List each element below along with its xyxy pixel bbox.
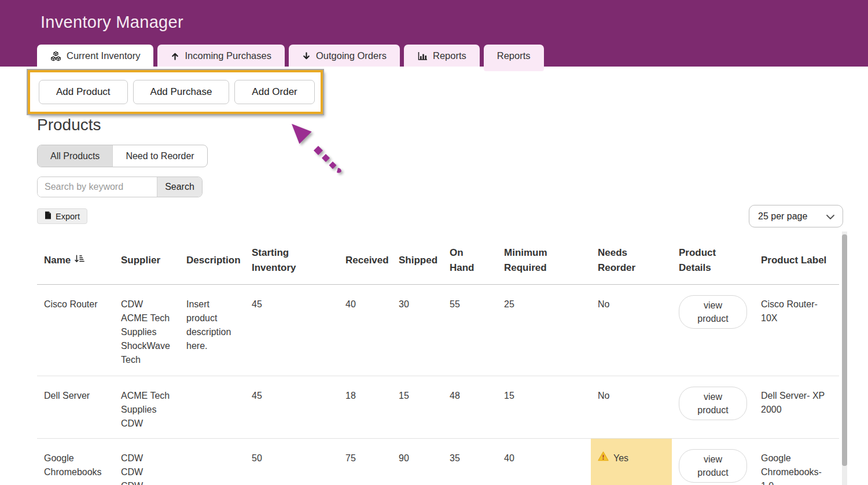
cell-product-label: Dell Server- XP 2000 (754, 376, 839, 438)
vertical-scrollbar[interactable] (842, 232, 847, 485)
cell-received: 40 (339, 285, 392, 376)
col-header-product-details[interactable]: Product Details (672, 237, 754, 284)
per-page-select[interactable]: 25 per page (749, 205, 843, 227)
cell-description (179, 376, 245, 438)
filter-all-products[interactable]: All Products (38, 145, 112, 167)
cell-name: Cisco Router (37, 285, 114, 376)
col-header-received[interactable]: Received (339, 237, 392, 284)
page-title: Products (37, 116, 101, 134)
tab-reports-2[interactable]: Reports (484, 45, 544, 71)
table-row: Dell Server ACME Tech Supplies CDW 45 18… (37, 376, 839, 439)
cell-description: Insert product description here. (179, 285, 245, 376)
cell-starting-inventory: 45 (245, 376, 339, 438)
add-product-button[interactable]: Add Product (39, 80, 128, 104)
products-table: Name Supplier Description Starting Inven… (37, 237, 839, 485)
add-purchase-button[interactable]: Add Purchase (133, 80, 230, 104)
table-row: Google Chromebooks CDW CDW CDW 50 75 90 … (37, 439, 839, 485)
cell-on-hand: 55 (443, 285, 497, 376)
cell-starting-inventory: 45 (245, 285, 339, 376)
search-input[interactable] (38, 177, 157, 197)
cell-name: Google Chromebooks (37, 439, 114, 485)
scrollbar-thumb[interactable] (842, 234, 847, 466)
app-title: Inventory Manager (41, 13, 183, 32)
search-button[interactable]: Search (157, 177, 202, 197)
tab-label: Current Inventory (67, 50, 140, 61)
col-header-product-label[interactable]: Product Label (754, 237, 839, 284)
cell-needs-reorder: No (591, 285, 672, 376)
warning-icon (598, 451, 609, 465)
cell-starting-inventory: 50 (245, 439, 339, 485)
col-header-minimum-required[interactable]: Minimum Required (497, 237, 591, 284)
cell-product-label: Cisco Router-10X (754, 285, 839, 376)
cell-product-details: view product (672, 285, 754, 376)
search-bar: Search (37, 177, 203, 197)
cell-product-details: view product (672, 439, 754, 485)
col-header-name[interactable]: Name (37, 237, 114, 284)
cell-needs-reorder: No (591, 376, 672, 438)
tab-label: Reports (433, 50, 466, 61)
tab-label: Outgoing Orders (316, 50, 387, 61)
col-header-starting-inventory[interactable]: Starting Inventory (245, 237, 339, 284)
app-header: Inventory Manager Current Inventory (0, 0, 868, 67)
col-header-description[interactable]: Description (179, 237, 245, 284)
cell-minimum-required: 15 (497, 376, 591, 438)
cell-product-details: view product (672, 376, 754, 438)
export-label: Export (56, 212, 80, 221)
col-header-on-hand[interactable]: On Hand (443, 237, 497, 284)
annotation-arrow-icon (286, 118, 344, 178)
col-header-shipped[interactable]: Shipped (392, 237, 443, 284)
per-page-value: 25 per page (758, 211, 807, 222)
filter-need-to-reorder[interactable]: Need to Reorder (112, 145, 207, 167)
arrow-down-icon (302, 52, 311, 61)
cell-shipped: 90 (392, 439, 443, 485)
table-header-row: Name Supplier Description Starting Inven… (37, 237, 839, 285)
tab-reports[interactable]: Reports (404, 45, 480, 67)
view-product-button[interactable]: view product (679, 295, 747, 329)
main-tabbar: Current Inventory Incoming Purchases Out… (37, 45, 544, 67)
view-product-button[interactable]: view product (679, 387, 747, 420)
cell-shipped: 15 (392, 376, 443, 438)
col-header-needs-reorder[interactable]: Needs Reorder (591, 237, 672, 284)
cell-on-hand: 48 (443, 376, 497, 438)
tab-label: Incoming Purchases (185, 50, 271, 61)
cell-needs-reorder: Yes (591, 439, 672, 485)
toolbar-highlight-box: Add Product Add Purchase Add Order (28, 70, 323, 114)
inventory-manager-app: Inventory Manager Current Inventory (0, 0, 868, 485)
bar-chart-icon (417, 52, 428, 61)
cell-minimum-required: 25 (497, 285, 591, 376)
cell-shipped: 30 (392, 285, 443, 376)
cell-received: 75 (339, 439, 392, 485)
tab-current-inventory[interactable]: Current Inventory (37, 45, 153, 67)
cell-description (179, 439, 245, 485)
cell-on-hand: 35 (443, 439, 497, 485)
tab-incoming-purchases[interactable]: Incoming Purchases (157, 45, 285, 67)
cell-product-label: Google Chromebooks-1.0 (754, 439, 839, 485)
sort-icon (74, 253, 84, 268)
tab-outgoing-orders[interactable]: Outgoing Orders (289, 45, 400, 67)
needs-reorder-value: Yes (613, 451, 628, 465)
cell-supplier: CDW CDW CDW (114, 439, 179, 485)
tab-label: Reports (497, 50, 531, 61)
cell-name: Dell Server (37, 376, 114, 438)
add-order-button[interactable]: Add Order (234, 80, 314, 104)
chevron-down-icon (826, 211, 834, 222)
cubes-icon (50, 51, 61, 61)
view-product-button[interactable]: view product (679, 449, 747, 483)
cell-minimum-required: 40 (497, 439, 591, 485)
export-button[interactable]: Export (37, 208, 87, 224)
cell-supplier: CDW ACME Tech Supplies ShockWave Tech (114, 285, 179, 376)
arrow-up-icon (171, 52, 179, 61)
product-filter-toggle: All Products Need to Reorder (37, 145, 208, 167)
file-icon (45, 211, 52, 221)
cell-supplier: ACME Tech Supplies CDW (114, 376, 179, 438)
cell-received: 18 (339, 376, 392, 438)
col-header-supplier[interactable]: Supplier (114, 237, 179, 284)
table-row: Cisco Router CDW ACME Tech Supplies Shoc… (37, 285, 839, 376)
